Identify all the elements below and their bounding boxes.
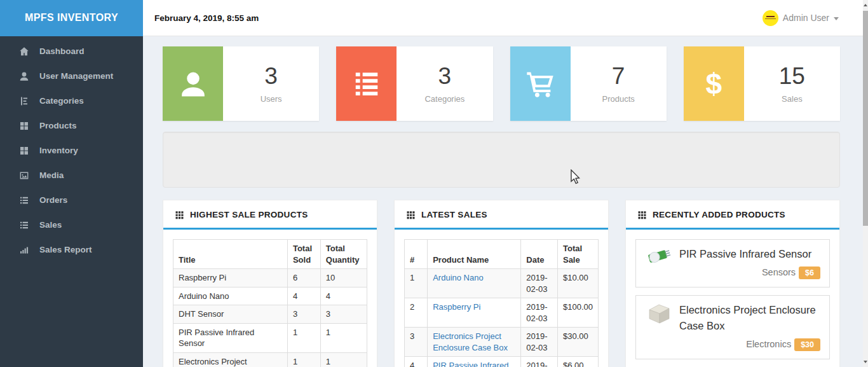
sidebar-item-sales-report[interactable]: Sales Report [0, 237, 143, 262]
panel-heading: LATEST SALES [395, 200, 608, 230]
table-cell: Raspberry Pi [173, 269, 288, 287]
table-row: Raspberry Pi610 [173, 269, 367, 287]
sidebar-item-label: Dashboard [39, 46, 85, 56]
main-content: 3Users3Categories7Products$15Sales HIGHE… [143, 36, 863, 367]
column-header: Total Quantity [320, 240, 367, 269]
topbar: MPFS INVENTORY February 4, 2019, 8:55 am… [0, 0, 863, 36]
table-cell: Raspberry Pi [428, 298, 521, 328]
content-well [163, 132, 840, 188]
column-header: Title [173, 240, 288, 269]
grid-icon [406, 210, 416, 219]
user-icon [19, 71, 29, 81]
stat-label: Users [261, 94, 282, 104]
triangle-down-icon [864, 361, 867, 363]
panel-body: #Product NameDateTotal Sale1Arduino Nano… [395, 230, 608, 367]
product-link[interactable]: Arduino Nano [433, 273, 484, 282]
panel-recently-added-products: RECENTLY ADDED PRODUCTS PIR Passive Infr… [625, 200, 840, 367]
table-cell: 3 [320, 305, 367, 324]
panel-title: HIGHEST SALE PRODUCTS [190, 210, 308, 219]
stat-value: 3 [264, 64, 278, 90]
table-cell: $10.00 [557, 269, 598, 298]
sidebar-menu: DashboardUser ManagementCategoriesProduc… [0, 36, 143, 262]
table-cell: 4 [405, 357, 428, 367]
stat-card-products[interactable]: 7Products [510, 46, 667, 121]
latest-sales-table: #Product NameDateTotal Sale1Arduino Nano… [404, 239, 599, 367]
table-cell: 1 [320, 323, 367, 352]
table-cell: 1 [320, 352, 367, 367]
sidebar-item-user-management[interactable]: User Management [0, 64, 143, 88]
table-row: 2Raspberry Pi2019-02-03$100.00 [405, 298, 599, 328]
app-logo[interactable]: MPFS INVENTORY [0, 0, 143, 36]
table-cell: 2019-02-03 [521, 357, 558, 367]
panel-title: LATEST SALES [421, 210, 487, 219]
sidebar-item-dashboard[interactable]: Dashboard [0, 39, 143, 64]
product-link[interactable]: PIR Passive Infrared Sensor [433, 361, 508, 367]
table-cell: 2 [405, 298, 428, 328]
sidebar-item-label: Orders [39, 195, 67, 205]
sidebar-item-categories[interactable]: Categories [0, 88, 143, 113]
sidebar-item-media[interactable]: Media [0, 163, 143, 188]
table-cell: 1 [287, 352, 320, 367]
recently-added-list: PIR Passive Infrared SensorSensors$6Elec… [626, 230, 839, 367]
stat-card-users[interactable]: 3Users [163, 46, 319, 121]
column-header: # [405, 240, 428, 269]
scroll-up-button[interactable] [863, 0, 868, 10]
user-menu[interactable]: Admin User [763, 10, 839, 26]
product-link[interactable]: Raspberry Pi [433, 302, 480, 312]
table-cell: 4 [287, 287, 320, 305]
table-cell: 4 [320, 287, 367, 305]
stat-label: Products [602, 94, 634, 104]
table-row: PIR Passive Infrared Sensor11 [173, 323, 367, 352]
table-cell: $6.00 [557, 357, 598, 367]
product-card[interactable]: PIR Passive Infrared SensorSensors$6 [635, 239, 830, 287]
list-icon [19, 220, 29, 230]
sidebar-item-sales[interactable]: Sales [0, 212, 143, 237]
sidebar-item-label: Products [39, 121, 77, 130]
home-icon [19, 46, 29, 57]
highest-sale-table: TitleTotal SoldTotal QuantityRaspberry P… [173, 239, 367, 367]
scrollbar-thumb[interactable] [863, 11, 868, 226]
sidebar-item-label: Sales [39, 220, 62, 230]
product-title: PIR Passive Infrared Sensor [679, 248, 811, 260]
table-cell: 3 [405, 328, 428, 357]
table-cell: 10 [320, 269, 367, 287]
stat-value: 3 [438, 64, 452, 90]
grid-icon [637, 210, 647, 219]
sidebar: DashboardUser ManagementCategoriesProduc… [0, 36, 143, 367]
list-icon [19, 195, 29, 205]
column-header: Total Sold [287, 240, 320, 269]
grid-icon [175, 210, 184, 219]
list-ul-icon [336, 46, 397, 121]
table-cell: $30.00 [557, 328, 598, 357]
sidebar-item-orders[interactable]: Orders [0, 188, 143, 212]
table-row: 1Arduino Nano2019-02-03$10.00 [405, 269, 599, 298]
header-datetime: February 4, 2019, 8:55 am [154, 13, 259, 23]
column-header: Product Name [428, 240, 521, 269]
sidebar-item-inventory[interactable]: Inventory [0, 138, 143, 163]
cart-icon [510, 46, 571, 121]
product-link[interactable]: Electronics Project Enclosure Case Box [433, 331, 508, 352]
stats-row: 3Users3Categories7Products$15Sales [163, 46, 840, 121]
product-category: Sensors [762, 267, 796, 277]
stat-card-sales[interactable]: $15Sales [684, 46, 840, 121]
pir-sensor-image [645, 246, 673, 269]
table-cell: Arduino Nano [173, 287, 288, 305]
table-cell: 1 [405, 269, 428, 298]
product-card[interactable]: Electronics Project Enclosure Case BoxEl… [635, 295, 830, 359]
stat-label: Categories [424, 94, 465, 104]
sidebar-item-label: Media [39, 170, 64, 180]
scroll-down-button[interactable] [863, 357, 868, 367]
column-header: Total Sale [557, 240, 598, 269]
triangle-up-icon [864, 4, 867, 6]
product-category: Electronics [746, 339, 791, 349]
scrollbar[interactable] [863, 0, 868, 367]
product-title: Electronics Project Enclosure Case Box [679, 304, 816, 332]
stat-value: 15 [779, 64, 805, 90]
stat-card-categories[interactable]: 3Categories [336, 46, 492, 121]
table-row: DHT Sensor33 [173, 305, 367, 324]
sitemap-icon [19, 96, 29, 106]
panel-body: TitleTotal SoldTotal QuantityRaspberry P… [163, 230, 377, 367]
sidebar-item-products[interactable]: Products [0, 113, 143, 138]
table-cell: 2019-02-03 [521, 269, 558, 298]
sidebar-item-label: Categories [39, 96, 84, 106]
